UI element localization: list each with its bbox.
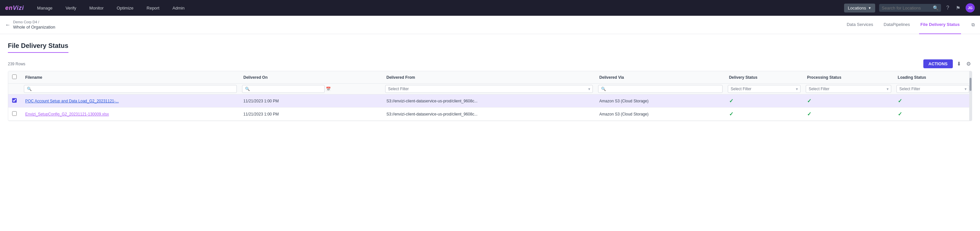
row2-delivered-from: S3://envizi-client-dataservice-us-prod/c…	[383, 107, 595, 121]
table-header-row: Filename Delivered On Delivered From Del…	[8, 71, 972, 84]
nav-verify[interactable]: Verify	[63, 4, 79, 12]
header-delivered-on: Delivered On	[239, 71, 383, 84]
page-title: File Delivery Status	[8, 42, 68, 53]
row2-delivered-on: 11/21/2023 1:00 PM	[239, 107, 383, 121]
top-navigation: enVizi Manage Verify Monitor Optimize Re…	[0, 0, 980, 16]
delivery-status-check-icon: ✓	[729, 111, 733, 117]
breadcrumb-bar: ← Demo Corp D4 / Whole of Organization D…	[0, 16, 980, 34]
header-checkbox	[8, 71, 21, 84]
row2-delivery-status: ✓	[725, 107, 803, 121]
delivery-status-check-icon: ✓	[729, 98, 733, 104]
nav-optimize[interactable]: Optimize	[114, 4, 136, 12]
row2-checkbox[interactable]	[12, 111, 17, 116]
filter-delivered-via-cell	[595, 84, 725, 95]
location-label[interactable]: Locations ▼	[844, 3, 875, 13]
filter-loading-status-select[interactable]: Select Filter	[896, 85, 969, 93]
actions-button[interactable]: ACTIONS	[923, 59, 953, 68]
back-button[interactable]: ←	[5, 22, 11, 28]
scrollbar-thumb[interactable]	[969, 78, 972, 91]
tab-file-delivery-status[interactable]: File Delivery Status	[919, 16, 961, 34]
toolbar-right: ACTIONS ⬇ ⚙	[923, 59, 972, 68]
processing-status-check-icon: ✓	[807, 111, 811, 117]
vertical-scrollbar[interactable]	[969, 71, 972, 121]
filter-filename-cell	[21, 84, 239, 95]
row1-delivered-from: S3://envizi-client-dataservice-us-prod/c…	[383, 95, 595, 107]
table-container: Filename Delivered On Delivered From Del…	[8, 71, 972, 121]
row1-delivered-on: 11/21/2023 1:00 PM	[239, 95, 383, 107]
row2-delivered-via: Amazon S3 (Cloud Storage)	[595, 107, 725, 121]
nav-monitor[interactable]: Monitor	[87, 4, 106, 12]
avatar[interactable]: JG	[966, 3, 975, 13]
download-button[interactable]: ⬇	[955, 59, 963, 68]
processing-status-check-icon: ✓	[807, 98, 811, 104]
search-box[interactable]: 🔍	[879, 4, 941, 12]
breadcrumb-current: Whole of Organization	[13, 25, 56, 29]
breadcrumb-left: ← Demo Corp D4 / Whole of Organization	[5, 20, 56, 29]
loading-status-check-icon: ✓	[898, 111, 902, 117]
row1-filename: POC Account Setup and Data Load_G2_20231…	[21, 95, 239, 107]
filter-processing-status-select[interactable]: Select Filter	[806, 85, 891, 93]
loading-status-check-icon: ✓	[898, 98, 902, 104]
filter-filename-input[interactable]	[24, 85, 237, 93]
filter-checkbox-col	[8, 84, 21, 95]
data-table: Filename Delivered On Delivered From Del…	[8, 71, 972, 121]
row1-checkbox[interactable]	[12, 98, 17, 103]
filter-processing-status-cell: Select Filter ▼	[803, 84, 894, 95]
nav-admin[interactable]: Admin	[170, 4, 187, 12]
app-logo[interactable]: enVizi	[5, 5, 24, 11]
table-row: Envizi_SetupConfig_G2_20231121-130009.xl…	[8, 107, 972, 121]
row1-loading-status: ✓	[894, 95, 972, 107]
filter-delivered-from-wrapper: Select Filter ▼	[385, 85, 593, 93]
main-content: File Delivery Status 239 Rows ACTIONS ⬇ …	[0, 34, 980, 231]
row2-filename-link[interactable]: Envizi_SetupConfig_G2_20231121-130009.xl…	[25, 112, 109, 117]
tab-bar: Data Services DataPipelines File Deliver…	[845, 16, 975, 34]
filter-delivery-status-cell: Select Filter ▼	[725, 84, 803, 95]
location-selector[interactable]: Locations ▼	[844, 3, 875, 13]
filter-processing-status-wrapper: Select Filter ▼	[806, 85, 891, 93]
filter-delivered-from-cell: Select Filter ▼	[383, 84, 595, 95]
toolbar: 239 Rows ACTIONS ⬇ ⚙	[8, 59, 972, 68]
row2-filename: Envizi_SetupConfig_G2_20231121-130009.xl…	[21, 107, 239, 121]
help-icon[interactable]: ?	[945, 3, 951, 12]
tab-data-services[interactable]: Data Services	[845, 16, 875, 34]
filter-delivered-via-input[interactable]	[598, 85, 722, 93]
filter-delivered-on-input[interactable]	[242, 85, 325, 93]
header-delivery-status: Delivery Status	[725, 71, 803, 84]
nav-right: Locations ▼ 🔍 ? ⚑ JG	[844, 3, 975, 13]
filter-row: 📅 Select Filter ▼	[8, 84, 972, 95]
location-text: Locations	[848, 6, 866, 11]
row-count: 239 Rows	[8, 62, 25, 66]
row2-processing-status: ✓	[803, 107, 894, 121]
expand-icon[interactable]: ⧉	[972, 22, 975, 27]
header-filename: Filename	[21, 71, 239, 84]
filter-delivery-status-select[interactable]: Select Filter	[728, 85, 800, 93]
nav-report[interactable]: Report	[144, 4, 162, 12]
row1-filename-link[interactable]: POC Account Setup and Data Load_G2_20231…	[25, 99, 119, 103]
row1-checkbox-cell	[8, 95, 21, 107]
row2-checkbox-cell	[8, 107, 21, 121]
row1-delivered-via: Amazon S3 (Cloud Storage)	[595, 95, 725, 107]
row1-delivery-status: ✓	[725, 95, 803, 107]
breadcrumb-parent: Demo Corp D4 /	[13, 20, 56, 24]
row1-processing-status: ✓	[803, 95, 894, 107]
select-all-checkbox[interactable]	[12, 74, 17, 79]
filter-delivered-from-select[interactable]: Select Filter	[385, 85, 593, 93]
notifications-icon[interactable]: ⚑	[955, 3, 962, 13]
tab-data-pipelines[interactable]: DataPipelines	[882, 16, 911, 34]
search-input[interactable]	[882, 6, 931, 11]
nav-manage[interactable]: Manage	[34, 4, 55, 12]
filter-delivery-status-wrapper: Select Filter ▼	[728, 85, 800, 93]
search-icon: 🔍	[933, 5, 939, 11]
filter-loading-status-cell: Select Filter ▼	[894, 84, 972, 95]
row2-loading-status: ✓	[894, 107, 972, 121]
filter-delivered-on-cell: 📅	[239, 84, 383, 95]
table-row: POC Account Setup and Data Load_G2_20231…	[8, 95, 972, 107]
chevron-down-icon: ▼	[868, 6, 871, 10]
filter-loading-status-wrapper: Select Filter ▼	[896, 85, 969, 93]
breadcrumb: Demo Corp D4 / Whole of Organization	[13, 20, 56, 29]
settings-button[interactable]: ⚙	[965, 59, 972, 68]
header-processing-status: Processing Status	[803, 71, 894, 84]
calendar-icon[interactable]: 📅	[326, 87, 331, 91]
header-delivered-from: Delivered From	[383, 71, 595, 84]
header-loading-status: Loading Status	[894, 71, 972, 84]
